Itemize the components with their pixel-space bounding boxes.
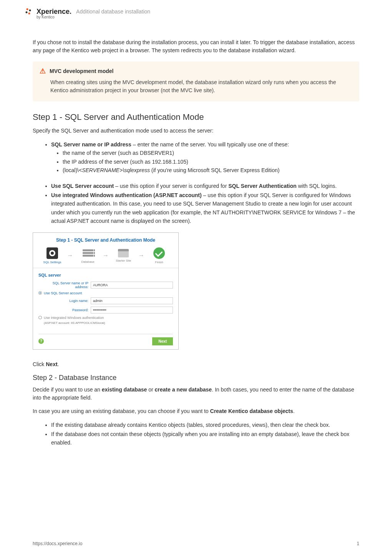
- check-icon: [153, 247, 165, 259]
- bullet-label: Use integrated Windows authentication (A…: [51, 192, 202, 198]
- step1-list-2: Use SQL Server account – use this option…: [51, 182, 359, 226]
- list-item: the IP address of the server (such as 19…: [63, 158, 359, 166]
- step2-heading: Step 2 - Database Instance: [33, 374, 359, 382]
- step-label: Finish: [155, 260, 163, 264]
- step1-lead: Specify the SQL Server and authenticatio…: [33, 127, 359, 135]
- server-input[interactable]: [91, 282, 173, 289]
- page-header: Xperience. by Kentico Additional databas…: [25, 8, 359, 19]
- warning-icon: ⚠: [40, 67, 46, 75]
- sub-list: the name of the server (such as DBSERVER…: [63, 149, 359, 174]
- server-label: SQL Server name or IP address:: [38, 281, 88, 289]
- brand-logo: Xperience. by Kentico: [25, 8, 71, 19]
- arrow-icon: →: [67, 252, 73, 259]
- footer-url: https://docs.xperience.io: [33, 541, 82, 546]
- login-field-row: Login name:: [44, 297, 173, 304]
- step1-list: SQL Server name or IP address – enter th…: [51, 140, 359, 175]
- svg-point-0: [27, 8, 28, 10]
- wizard-step-finish: Finish: [148, 247, 171, 264]
- brand-name: Xperience.: [37, 8, 71, 15]
- password-label: Password:: [44, 308, 88, 312]
- list-item: SQL Server name or IP address – enter th…: [51, 140, 359, 175]
- gear-icon: [47, 247, 58, 259]
- logo-dots-icon: [25, 8, 34, 17]
- bullet-label: SQL Server name or IP address: [51, 141, 131, 148]
- next-button[interactable]: Next: [152, 337, 173, 345]
- wizard-step-database: Database: [76, 248, 100, 264]
- windows-auth-sublabel: (ASP.NET account: IIS APPPOOL\CMSlocal): [44, 321, 173, 325]
- svg-point-2: [26, 12, 28, 13]
- step-label: Database: [81, 260, 95, 264]
- wizard-steps-row: SQL Settings → Database → Starter Site →…: [38, 247, 173, 264]
- wizard-section-title: SQL server: [38, 273, 173, 277]
- wizard-title: Step 1 - SQL Server and Authentication M…: [38, 237, 173, 243]
- bullet-label: Use SQL Server account: [51, 183, 114, 189]
- login-label: Login name:: [44, 299, 88, 303]
- arrow-icon: →: [103, 252, 109, 259]
- wizard-footer: ? Next: [38, 334, 173, 345]
- step2-para2: In case you are using an existing databa…: [33, 407, 359, 415]
- click-next-paragraph: Click Next.: [33, 360, 359, 368]
- radio-label: Use SQL Server account: [44, 291, 82, 295]
- breadcrumb: Additional database installation: [76, 8, 150, 15]
- wizard-step-sql: SQL Settings: [41, 247, 64, 264]
- site-icon: [118, 249, 129, 257]
- step2-list: If the existing database already contain…: [51, 421, 359, 447]
- radio-sql-account[interactable]: Use SQL Server account: [38, 291, 173, 295]
- list-item: (local)\<SERVERNAME>\sqlexpress (if you'…: [63, 166, 359, 174]
- password-input[interactable]: [91, 307, 173, 313]
- wizard-screenshot: Step 1 - SQL Server and Authentication M…: [33, 232, 179, 350]
- intro-paragraph: If you chose not to install the database…: [33, 38, 359, 55]
- arrow-icon: →: [138, 252, 145, 259]
- step-label: SQL Settings: [43, 260, 61, 264]
- list-item: If the existing database already contain…: [51, 421, 359, 429]
- radio-icon: [38, 291, 42, 295]
- note-body: When creating sites using the MVC develo…: [50, 78, 352, 95]
- radio-icon: [38, 316, 42, 319]
- login-input[interactable]: [91, 297, 173, 304]
- brand-subtitle: by Kentico: [37, 15, 71, 19]
- radio-windows-auth[interactable]: Use integrated Windows authentication: [38, 316, 173, 320]
- database-icon: [83, 248, 93, 259]
- list-item: the name of the server (such as DBSERVER…: [63, 149, 359, 157]
- mvc-note-box: ⚠ MVC development model When creating si…: [33, 61, 359, 101]
- radio-label: Use integrated Windows authentication: [44, 316, 104, 320]
- step-label: Starter Site: [116, 259, 131, 262]
- note-title: MVC development model: [50, 68, 113, 74]
- list-item: If the database does not contain these o…: [51, 430, 359, 447]
- step2-lead: Decide if you want to use an existing da…: [33, 386, 359, 402]
- list-item: Use SQL Server account – use this option…: [51, 182, 359, 190]
- page-footer: https://docs.xperience.io 1: [33, 541, 359, 546]
- svg-point-3: [28, 13, 30, 15]
- wizard-step-site: Starter Site: [112, 249, 135, 262]
- divider: [33, 268, 178, 268]
- svg-point-1: [29, 10, 31, 12]
- list-item: Use integrated Windows authentication (A…: [51, 191, 359, 226]
- footer-page-number: 1: [357, 541, 359, 546]
- password-field-row: Password:: [44, 307, 173, 313]
- server-field-row: SQL Server name or IP address:: [38, 281, 173, 289]
- step1-heading: Step 1 - SQL Server and Authentication M…: [33, 112, 359, 122]
- help-icon[interactable]: ?: [38, 338, 44, 344]
